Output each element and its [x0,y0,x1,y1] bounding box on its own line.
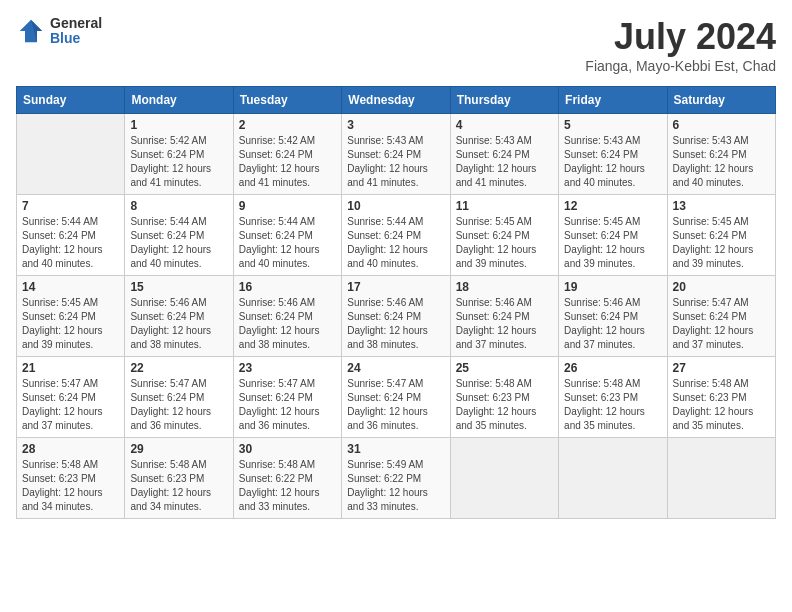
logo: General Blue [16,16,102,47]
day-info: Sunrise: 5:45 AM Sunset: 6:24 PM Dayligh… [564,215,661,271]
day-number: 9 [239,199,336,213]
calendar-cell: 13Sunrise: 5:45 AM Sunset: 6:24 PM Dayli… [667,195,775,276]
day-number: 23 [239,361,336,375]
day-info: Sunrise: 5:47 AM Sunset: 6:24 PM Dayligh… [130,377,227,433]
calendar-week-row: 14Sunrise: 5:45 AM Sunset: 6:24 PM Dayli… [17,276,776,357]
header-tuesday: Tuesday [233,87,341,114]
day-number: 16 [239,280,336,294]
logo-icon [16,16,46,46]
calendar-cell: 18Sunrise: 5:46 AM Sunset: 6:24 PM Dayli… [450,276,558,357]
day-info: Sunrise: 5:48 AM Sunset: 6:23 PM Dayligh… [22,458,119,514]
day-number: 15 [130,280,227,294]
day-info: Sunrise: 5:48 AM Sunset: 6:23 PM Dayligh… [564,377,661,433]
day-info: Sunrise: 5:47 AM Sunset: 6:24 PM Dayligh… [22,377,119,433]
day-number: 24 [347,361,444,375]
calendar-cell: 15Sunrise: 5:46 AM Sunset: 6:24 PM Dayli… [125,276,233,357]
calendar-header-row: SundayMondayTuesdayWednesdayThursdayFrid… [17,87,776,114]
day-info: Sunrise: 5:48 AM Sunset: 6:23 PM Dayligh… [456,377,553,433]
calendar-week-row: 28Sunrise: 5:48 AM Sunset: 6:23 PM Dayli… [17,438,776,519]
title-block: July 2024 Fianga, Mayo-Kebbi Est, Chad [585,16,776,74]
day-info: Sunrise: 5:44 AM Sunset: 6:24 PM Dayligh… [130,215,227,271]
header-saturday: Saturday [667,87,775,114]
day-info: Sunrise: 5:43 AM Sunset: 6:24 PM Dayligh… [456,134,553,190]
calendar-cell: 16Sunrise: 5:46 AM Sunset: 6:24 PM Dayli… [233,276,341,357]
calendar-cell [559,438,667,519]
day-info: Sunrise: 5:48 AM Sunset: 6:22 PM Dayligh… [239,458,336,514]
day-number: 6 [673,118,770,132]
day-info: Sunrise: 5:42 AM Sunset: 6:24 PM Dayligh… [130,134,227,190]
calendar-cell: 5Sunrise: 5:43 AM Sunset: 6:24 PM Daylig… [559,114,667,195]
day-number: 30 [239,442,336,456]
day-info: Sunrise: 5:46 AM Sunset: 6:24 PM Dayligh… [564,296,661,352]
calendar-cell: 4Sunrise: 5:43 AM Sunset: 6:24 PM Daylig… [450,114,558,195]
day-info: Sunrise: 5:45 AM Sunset: 6:24 PM Dayligh… [673,215,770,271]
day-number: 19 [564,280,661,294]
calendar-cell [450,438,558,519]
header-sunday: Sunday [17,87,125,114]
day-number: 5 [564,118,661,132]
day-number: 11 [456,199,553,213]
calendar-cell: 28Sunrise: 5:48 AM Sunset: 6:23 PM Dayli… [17,438,125,519]
day-number: 18 [456,280,553,294]
day-info: Sunrise: 5:42 AM Sunset: 6:24 PM Dayligh… [239,134,336,190]
calendar-cell: 1Sunrise: 5:42 AM Sunset: 6:24 PM Daylig… [125,114,233,195]
sub-title: Fianga, Mayo-Kebbi Est, Chad [585,58,776,74]
page-header: General Blue July 2024 Fianga, Mayo-Kebb… [16,16,776,74]
logo-blue: Blue [50,31,102,46]
calendar-week-row: 1Sunrise: 5:42 AM Sunset: 6:24 PM Daylig… [17,114,776,195]
calendar-cell: 22Sunrise: 5:47 AM Sunset: 6:24 PM Dayli… [125,357,233,438]
day-info: Sunrise: 5:45 AM Sunset: 6:24 PM Dayligh… [456,215,553,271]
calendar-cell: 29Sunrise: 5:48 AM Sunset: 6:23 PM Dayli… [125,438,233,519]
day-info: Sunrise: 5:46 AM Sunset: 6:24 PM Dayligh… [347,296,444,352]
day-info: Sunrise: 5:47 AM Sunset: 6:24 PM Dayligh… [347,377,444,433]
day-info: Sunrise: 5:46 AM Sunset: 6:24 PM Dayligh… [239,296,336,352]
calendar-cell: 11Sunrise: 5:45 AM Sunset: 6:24 PM Dayli… [450,195,558,276]
day-info: Sunrise: 5:45 AM Sunset: 6:24 PM Dayligh… [22,296,119,352]
calendar-cell: 7Sunrise: 5:44 AM Sunset: 6:24 PM Daylig… [17,195,125,276]
day-number: 29 [130,442,227,456]
day-info: Sunrise: 5:44 AM Sunset: 6:24 PM Dayligh… [22,215,119,271]
calendar-cell: 17Sunrise: 5:46 AM Sunset: 6:24 PM Dayli… [342,276,450,357]
day-number: 27 [673,361,770,375]
calendar-cell: 3Sunrise: 5:43 AM Sunset: 6:24 PM Daylig… [342,114,450,195]
header-thursday: Thursday [450,87,558,114]
day-number: 22 [130,361,227,375]
calendar-cell: 2Sunrise: 5:42 AM Sunset: 6:24 PM Daylig… [233,114,341,195]
day-number: 31 [347,442,444,456]
calendar-cell: 27Sunrise: 5:48 AM Sunset: 6:23 PM Dayli… [667,357,775,438]
day-number: 28 [22,442,119,456]
day-number: 26 [564,361,661,375]
calendar-cell: 26Sunrise: 5:48 AM Sunset: 6:23 PM Dayli… [559,357,667,438]
day-info: Sunrise: 5:49 AM Sunset: 6:22 PM Dayligh… [347,458,444,514]
day-number: 3 [347,118,444,132]
logo-text: General Blue [50,16,102,47]
day-number: 1 [130,118,227,132]
calendar-table: SundayMondayTuesdayWednesdayThursdayFrid… [16,86,776,519]
calendar-cell: 21Sunrise: 5:47 AM Sunset: 6:24 PM Dayli… [17,357,125,438]
calendar-cell: 12Sunrise: 5:45 AM Sunset: 6:24 PM Dayli… [559,195,667,276]
calendar-cell [17,114,125,195]
day-number: 12 [564,199,661,213]
main-title: July 2024 [585,16,776,58]
calendar-cell: 8Sunrise: 5:44 AM Sunset: 6:24 PM Daylig… [125,195,233,276]
day-number: 7 [22,199,119,213]
header-monday: Monday [125,87,233,114]
day-number: 4 [456,118,553,132]
day-info: Sunrise: 5:47 AM Sunset: 6:24 PM Dayligh… [673,296,770,352]
day-info: Sunrise: 5:48 AM Sunset: 6:23 PM Dayligh… [673,377,770,433]
calendar-cell: 9Sunrise: 5:44 AM Sunset: 6:24 PM Daylig… [233,195,341,276]
calendar-cell: 24Sunrise: 5:47 AM Sunset: 6:24 PM Dayli… [342,357,450,438]
day-info: Sunrise: 5:46 AM Sunset: 6:24 PM Dayligh… [456,296,553,352]
day-number: 2 [239,118,336,132]
day-number: 13 [673,199,770,213]
day-number: 20 [673,280,770,294]
logo-general: General [50,16,102,31]
day-info: Sunrise: 5:43 AM Sunset: 6:24 PM Dayligh… [564,134,661,190]
day-number: 17 [347,280,444,294]
day-info: Sunrise: 5:43 AM Sunset: 6:24 PM Dayligh… [347,134,444,190]
calendar-cell: 20Sunrise: 5:47 AM Sunset: 6:24 PM Dayli… [667,276,775,357]
calendar-week-row: 21Sunrise: 5:47 AM Sunset: 6:24 PM Dayli… [17,357,776,438]
calendar-cell: 14Sunrise: 5:45 AM Sunset: 6:24 PM Dayli… [17,276,125,357]
day-info: Sunrise: 5:43 AM Sunset: 6:24 PM Dayligh… [673,134,770,190]
calendar-week-row: 7Sunrise: 5:44 AM Sunset: 6:24 PM Daylig… [17,195,776,276]
